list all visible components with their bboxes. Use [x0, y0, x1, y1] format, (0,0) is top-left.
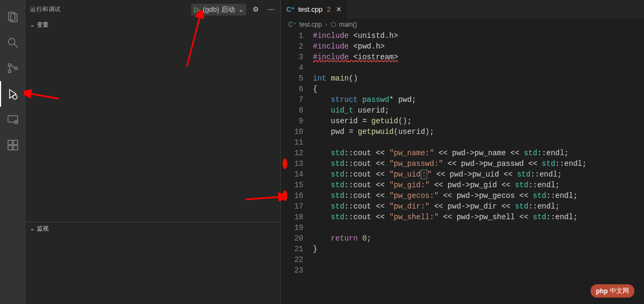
cpp-file-icon: C⁺: [286, 5, 295, 13]
breadcrumb-file[interactable]: test.cpp: [300, 21, 322, 28]
svg-point-2: [9, 38, 15, 45]
remote-icon[interactable]: [0, 107, 26, 132]
breadcrumb-symbol[interactable]: main(): [339, 21, 357, 28]
source-control-icon[interactable]: [0, 55, 26, 81]
svg-point-6: [15, 67, 18, 70]
chevron-down-icon[interactable]: ⌄: [238, 5, 244, 13]
svg-point-5: [9, 70, 11, 73]
code-lines[interactable]: #include <unistd.h>#include <pwd.h>#incl…: [310, 30, 644, 304]
watermark: php 中文网: [591, 284, 634, 298]
search-icon[interactable]: [0, 30, 26, 55]
editor-area: C⁺ test.cpp 2 ✕ C⁺ test.cpp › ⬡ main() 1…: [281, 0, 644, 304]
close-icon[interactable]: ✕: [336, 5, 342, 13]
run-debug-panel: 运行和调试 ▷ (gdb) 启动 ⌄ ⚙ ⋯ ⌄ 变量 ⌄ 监视: [26, 0, 281, 304]
svg-point-7: [13, 95, 17, 99]
chevron-down-icon: ⌄: [30, 225, 35, 232]
panel-title: 运行和调试: [30, 5, 61, 13]
explorer-icon[interactable]: [0, 4, 26, 30]
line-number-gutter: 1234567891011121314151617181920212223: [288, 30, 310, 304]
variables-section-header[interactable]: ⌄ 变量: [26, 19, 280, 31]
watch-body: [26, 235, 280, 304]
svg-rect-11: [8, 146, 12, 150]
watch-section-header[interactable]: ⌄ 监视: [26, 222, 280, 235]
editor-tabs: C⁺ test.cpp 2 ✕: [281, 0, 644, 19]
svg-point-4: [9, 64, 11, 67]
debug-config-dropdown[interactable]: ▷ (gdb) 启动 ⌄: [191, 4, 246, 15]
watch-label: 监视: [37, 225, 49, 233]
gear-icon[interactable]: ⚙: [250, 5, 261, 13]
extensions-icon[interactable]: [0, 132, 26, 158]
breadcrumbs[interactable]: C⁺ test.cpp › ⬡ main(): [281, 19, 644, 30]
svg-line-3: [14, 44, 18, 47]
variables-label: 变量: [37, 21, 49, 29]
breakpoint-gutter[interactable]: [281, 30, 288, 304]
more-icon[interactable]: ⋯: [265, 5, 276, 13]
panel-header: 运行和调试 ▷ (gdb) 启动 ⌄ ⚙ ⋯: [26, 0, 280, 19]
tab-test-cpp[interactable]: C⁺ test.cpp 2 ✕: [281, 0, 348, 19]
chevron-down-icon: ⌄: [30, 21, 35, 28]
svg-rect-8: [8, 116, 18, 122]
debug-config-label: (gdb) 启动: [203, 5, 235, 14]
symbol-icon: ⬡: [331, 21, 336, 28]
watermark-text: 中文网: [610, 286, 629, 295]
code-editor[interactable]: 1234567891011121314151617181920212223 #i…: [281, 30, 644, 304]
tab-filename: test.cpp: [298, 5, 323, 13]
run-debug-icon[interactable]: [0, 81, 26, 107]
variables-body: [26, 31, 280, 222]
svg-rect-13: [13, 140, 18, 145]
svg-rect-10: [8, 140, 12, 145]
tab-dirty-count: 2: [327, 5, 331, 13]
cpp-file-icon: C⁺: [288, 21, 296, 28]
watermark-brand: php: [596, 287, 608, 295]
activity-bar: [0, 0, 26, 304]
breadcrumb-separator: ›: [325, 21, 327, 28]
svg-rect-12: [13, 146, 18, 150]
start-debug-icon[interactable]: ▷: [194, 5, 200, 13]
